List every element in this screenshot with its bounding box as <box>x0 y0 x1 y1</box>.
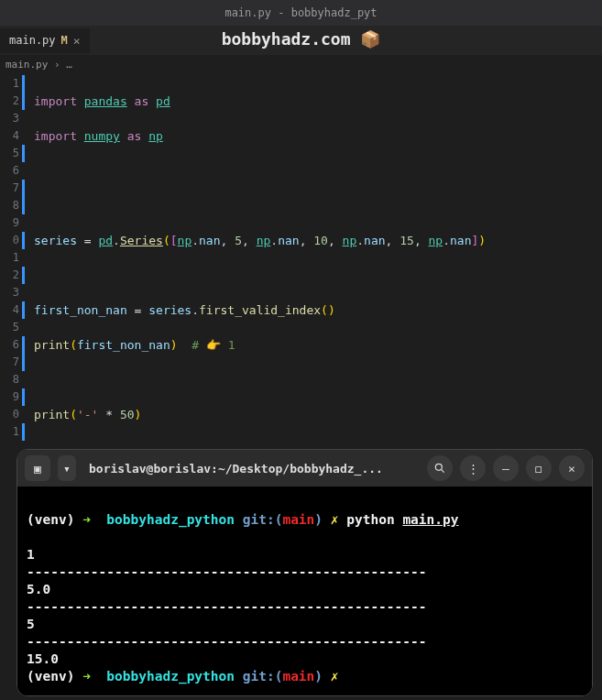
close-button[interactable]: × <box>559 455 585 481</box>
breadcrumb-sep: › <box>54 59 60 71</box>
dropdown-button[interactable]: ▾ <box>58 455 76 481</box>
terminal-body[interactable]: (venv) ➜ bobbyhadz_python git:(main) ✗ p… <box>17 487 592 695</box>
tab-dirty-indicator: M <box>61 34 68 47</box>
maximize-button[interactable]: ◻ <box>526 455 552 481</box>
breadcrumb-file: main.py <box>5 59 48 71</box>
editor-tab-bar: main.py M × <box>0 26 602 55</box>
minimize-button[interactable]: – <box>493 455 519 481</box>
window-title: main.py - bobbyhadz_pyt <box>224 6 377 19</box>
search-icon[interactable] <box>427 455 453 481</box>
breadcrumb[interactable]: main.py › … <box>0 55 602 75</box>
tab-mainpy[interactable]: main.py M × <box>0 28 90 53</box>
new-tab-button[interactable]: ▣ <box>25 455 50 481</box>
window-title-bar: main.py - bobbyhadz_pyt <box>0 0 602 26</box>
terminal-window: ▣ ▾ borislav@borislav:~/Desktop/bobbyhad… <box>16 449 593 696</box>
close-icon[interactable]: × <box>73 34 81 48</box>
tab-label: main.py <box>9 34 56 47</box>
breadcrumb-more: … <box>66 59 72 71</box>
terminal-header: ▣ ▾ borislav@borislav:~/Desktop/bobbyhad… <box>17 450 592 487</box>
menu-icon[interactable]: ⋮ <box>460 455 486 481</box>
svg-point-0 <box>435 464 442 470</box>
svg-line-1 <box>441 469 443 472</box>
terminal-title: borislav@borislav:~/Desktop/bobbyhadz_..… <box>83 462 420 476</box>
